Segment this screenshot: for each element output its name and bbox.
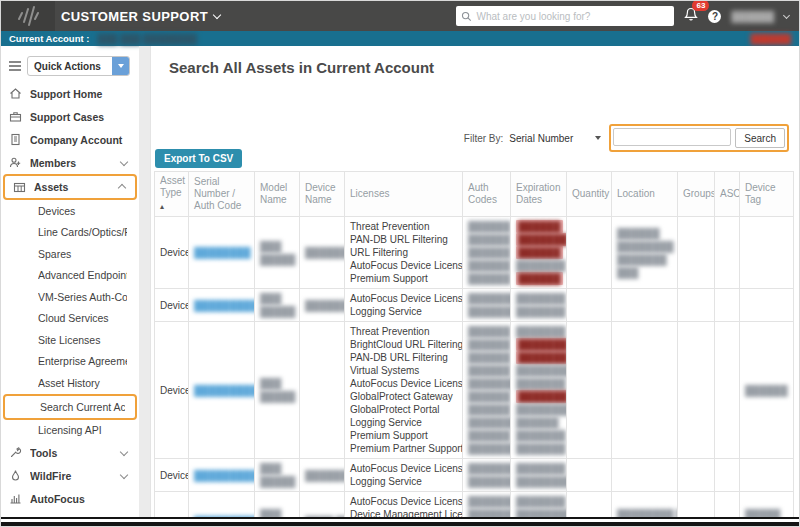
auth-code-redacted: ██████: [468, 403, 505, 416]
serial-link-redacted[interactable]: ████████: [194, 247, 251, 258]
sidebar-item-label: Site Licenses: [38, 334, 127, 346]
column-header-licenses[interactable]: Licenses: [345, 172, 463, 217]
hamburger-menu-icon[interactable]: [9, 61, 21, 72]
expiration-date-expired: ██████: [516, 246, 561, 259]
model-name-redacted: █████: [260, 305, 294, 318]
license-name: Logging Service: [350, 416, 457, 429]
export-to-csv-button[interactable]: Export To CSV: [155, 149, 242, 168]
cell-serial-number[interactable]: █████████: [189, 459, 255, 492]
cell-serial-number[interactable]: █████████: [189, 322, 255, 459]
expiration-date: ███████: [516, 292, 561, 305]
sidebar-item-site-licenses[interactable]: Site Licenses: [1, 329, 137, 351]
cell-asc: [715, 459, 740, 492]
sidebar-item-search-current-account[interactable]: Search Current Account: [3, 394, 137, 420]
sidebar-item-vm-series-auth-codes[interactable]: VM-Series Auth-Codes: [1, 286, 137, 308]
auth-code-redacted: ██████: [468, 220, 505, 233]
column-header-asset-type[interactable]: Asset Type ▴: [155, 172, 189, 217]
serial-link-redacted[interactable]: █████████: [194, 300, 255, 311]
sidebar-item-members[interactable]: Members: [1, 151, 137, 174]
column-header-label: Groups: [683, 188, 715, 199]
column-header-auth-codes[interactable]: Auth Codes: [463, 172, 511, 217]
cell-quantity: [567, 217, 612, 289]
column-header-quantity[interactable]: Quantity: [567, 172, 612, 217]
column-header-location[interactable]: Location: [612, 172, 678, 217]
cell-model-name: ████████: [255, 322, 300, 459]
cell-asc: [715, 322, 740, 459]
user-name-redacted: ██████: [731, 11, 774, 22]
notifications-button[interactable]: 63: [684, 7, 698, 26]
home-icon: [9, 87, 22, 100]
filter-type-select[interactable]: Serial Number: [509, 133, 601, 144]
expiration-date: ███████: [516, 429, 561, 442]
brand-logo-icon[interactable]: [1, 1, 55, 31]
sidebar-item-wildfire[interactable]: WildFire: [1, 464, 137, 487]
sidebar-item-support-home[interactable]: Support Home: [1, 82, 137, 105]
expiration-date: █████████: [516, 475, 561, 488]
quick-actions-select[interactable]: Quick Actions: [27, 56, 130, 76]
sidebar-item-autofocus[interactable]: AutoFocus: [1, 487, 137, 510]
sidebar-item-label: Tools: [30, 447, 117, 459]
ledger-icon: [9, 133, 22, 146]
column-header-asc[interactable]: ASC: [715, 172, 740, 217]
cell-asc: [715, 289, 740, 322]
column-header-device-name[interactable]: Device Name: [300, 172, 345, 217]
sidebar-item-cloud-services[interactable]: Cloud Services: [1, 308, 137, 330]
location-redacted: ███: [617, 266, 672, 279]
cell-model-name: ████████: [255, 217, 300, 289]
sidebar-item-label: Company Account: [30, 134, 127, 146]
column-header-label: Licenses: [350, 188, 389, 199]
sidebar-item-line-cards-optics-frus[interactable]: Line Cards/Optics/FRUs: [1, 222, 137, 244]
sidebar-item-spares[interactable]: Spares: [1, 243, 137, 265]
sidebar-item-advanced-endpoint-protection[interactable]: Advanced Endpoint Protection: [1, 265, 137, 287]
license-name: Premium Partner Support: [350, 442, 457, 455]
column-header-serial-number-auth-code[interactable]: Serial Number / Auth Code: [189, 172, 255, 217]
location-redacted: ██████: [617, 227, 672, 240]
expiration-date: ███████: [516, 377, 561, 390]
expiration-date: ███████: [516, 442, 561, 455]
cell-device-tag: [740, 289, 794, 322]
cell-auth-codes: ████████████████: [463, 459, 511, 492]
cell-expiration-dates: ████████████████████████████████: [511, 217, 567, 289]
sidebar-item-licensing-api[interactable]: Licensing API: [1, 420, 137, 442]
cell-serial-number[interactable]: █████████: [189, 289, 255, 322]
sidebar-item-asset-history[interactable]: Asset History: [1, 372, 137, 394]
auth-code-redacted: ██████: [468, 272, 505, 285]
sidebar-item-support-cases[interactable]: Support Cases: [1, 105, 137, 128]
expiration-date: ███████: [516, 462, 561, 475]
asset-search-input[interactable]: [613, 128, 731, 146]
cell-licenses: Threat PreventionPAN-DB URL FilteringURL…: [345, 217, 463, 289]
sidebar-item-tools[interactable]: Tools: [1, 441, 137, 464]
sidebar-item-assets[interactable]: Assets: [3, 174, 137, 200]
serial-link-redacted[interactable]: █████████: [194, 385, 255, 396]
horizontal-scrollbar[interactable]: [1, 517, 800, 526]
main-content: Search All Assets in Current Account Fil…: [151, 46, 799, 527]
license-name: AutoFocus Device License: [350, 259, 457, 272]
expiration-date: ███████: [516, 259, 561, 272]
brand-chevron-down-icon[interactable]: [213, 11, 221, 19]
serial-link-redacted[interactable]: █████████: [194, 470, 255, 481]
auth-code-redacted: ██████: [468, 364, 505, 377]
column-header-label: Device Tag: [745, 182, 776, 205]
sidebar-item-label: Licensing API: [38, 424, 127, 436]
sidebar-item-company-account[interactable]: Company Account: [1, 128, 137, 151]
expiration-date-expired: ███████: [516, 351, 561, 364]
column-header-groups[interactable]: Groups: [678, 172, 715, 217]
sidebar-menu: Support HomeSupport CasesCompany Account…: [1, 82, 150, 510]
cell-serial-number[interactable]: ████████: [189, 217, 255, 289]
expiration-date: ███████: [516, 495, 561, 508]
sidebar-item-enterprise-agreements[interactable]: Enterprise Agreements: [1, 351, 137, 373]
device-name-redacted: ███████: [305, 246, 339, 259]
sidebar-item-label: Support Home: [30, 88, 127, 100]
global-search-box[interactable]: [456, 6, 674, 26]
asset-search-button[interactable]: Search: [735, 128, 785, 148]
column-header-model-name[interactable]: Model Name: [255, 172, 300, 217]
global-search-input[interactable]: [476, 11, 669, 22]
help-button[interactable]: ?: [708, 10, 721, 23]
sidebar-item-devices[interactable]: Devices: [1, 200, 137, 222]
cell-device-name: ██████: [300, 459, 345, 492]
user-menu[interactable]: ██████: [731, 11, 789, 22]
column-header-device-tag[interactable]: Device Tag: [740, 172, 794, 217]
sidebar-scrollbar[interactable]: [139, 46, 150, 527]
license-name: BrightCloud URL Filtering: [350, 338, 457, 351]
column-header-expiration-dates[interactable]: Expiration Dates: [511, 172, 567, 217]
